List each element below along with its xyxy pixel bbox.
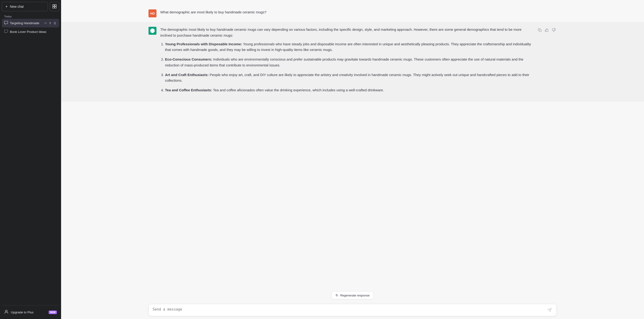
- list-item-2-title: Eco-Conscious Consumers:: [165, 57, 212, 61]
- sidebar-item-book-lover[interactable]: Book Lover Product Ideas: [2, 27, 59, 36]
- svg-point-4: [6, 310, 7, 312]
- plus-icon: +: [6, 4, 8, 9]
- list-item-2-text: Individuals who are environmentally cons…: [165, 57, 523, 67]
- user-message-header: HO What demographic are most likely to b…: [148, 9, 556, 17]
- user-message-text: What demographic are most likely to buy …: [160, 9, 556, 15]
- input-container: [148, 304, 556, 316]
- regenerate-label: Regenerate response: [340, 294, 370, 297]
- layout-toggle-button[interactable]: [50, 2, 59, 11]
- list-item-1: Young Professionals with Disposable Inco…: [165, 41, 533, 53]
- list-item-1-title: Young Professionals with Disposable Inco…: [165, 42, 242, 46]
- assistant-list: Young Professionals with Disposable Inco…: [160, 41, 533, 93]
- chat-item-label-2: Book Lover Product Ideas: [10, 30, 46, 33]
- list-item-3-text: People who enjoy art, craft, and DIY cul…: [165, 73, 529, 83]
- assistant-intro: The demographic most likely to buy handm…: [160, 27, 533, 38]
- chat-item-label: Targeting Handmade: [10, 21, 39, 25]
- assistant-avatar: [148, 27, 156, 35]
- thumbs-up-button[interactable]: [544, 27, 550, 33]
- upgrade-to-plus-button[interactable]: Upgrade to Plus NEW: [2, 307, 59, 317]
- input-area: [61, 301, 644, 319]
- list-item-4-text: Tea and coffee aficionados often value t…: [213, 88, 384, 92]
- svg-rect-1: [55, 4, 56, 6]
- message-input[interactable]: [152, 307, 546, 313]
- chat-messages: HO What demographic are most likely to b…: [61, 0, 644, 290]
- assistant-message-header: The demographic most likely to buy handm…: [148, 27, 556, 97]
- new-chat-button[interactable]: + New chat: [2, 2, 48, 11]
- edit-chat-button[interactable]: ✏: [44, 21, 48, 25]
- chat-icon-2: [4, 29, 8, 34]
- new-badge: NEW: [49, 311, 57, 314]
- regenerate-button[interactable]: ↻ Regenerate response: [332, 291, 374, 299]
- today-label: Today: [2, 13, 59, 19]
- user-avatar: HO: [148, 9, 156, 17]
- svg-rect-2: [53, 6, 54, 8]
- main-content: HO What demographic are most likely to b…: [61, 0, 644, 319]
- assistant-message-row: The demographic most likely to buy handm…: [61, 22, 644, 102]
- share-chat-button[interactable]: ⬆: [48, 21, 52, 25]
- regenerate-icon: ↻: [336, 294, 338, 297]
- sidebar: + New chat Today Targeting Handmade: [0, 0, 61, 319]
- send-button[interactable]: [546, 307, 552, 313]
- regenerate-area: ↻ Regenerate response: [61, 290, 644, 301]
- list-item-4-title: Tea and Coffee Enthusiasts:: [165, 88, 212, 92]
- copy-button[interactable]: [537, 27, 542, 33]
- list-item-4: Tea and Coffee Enthusiasts: Tea and coff…: [165, 87, 533, 93]
- assistant-message-content: The demographic most likely to buy handm…: [160, 27, 533, 97]
- new-chat-label: New chat: [10, 5, 24, 8]
- upgrade-label: Upgrade to Plus: [11, 311, 34, 314]
- svg-rect-5: [539, 29, 541, 32]
- delete-chat-button[interactable]: 🗑: [53, 21, 57, 25]
- sidebar-bottom: Upgrade to Plus NEW: [2, 305, 59, 317]
- chat-item-actions: ✏ ⬆ 🗑: [44, 21, 57, 25]
- user-message-row: HO What demographic are most likely to b…: [61, 5, 644, 22]
- svg-rect-3: [55, 6, 56, 8]
- thumbs-down-button[interactable]: [551, 27, 556, 33]
- chat-icon: [4, 21, 8, 25]
- svg-rect-0: [53, 4, 54, 6]
- today-section: Today Targeting Handmade ✏ ⬆ 🗑 Book Love…: [2, 13, 59, 36]
- sidebar-top: + New chat: [2, 2, 59, 11]
- user-icon: [4, 310, 8, 315]
- list-item-3-title: Art and Craft Enthusiasts:: [165, 73, 209, 77]
- sidebar-item-targeting-handmade[interactable]: Targeting Handmade ✏ ⬆ 🗑: [2, 19, 59, 27]
- layout-icon: [52, 4, 56, 9]
- message-actions: [537, 27, 556, 33]
- list-item-2: Eco-Conscious Consumers: Individuals who…: [165, 56, 533, 68]
- list-item-3: Art and Craft Enthusiasts: People who en…: [165, 72, 533, 84]
